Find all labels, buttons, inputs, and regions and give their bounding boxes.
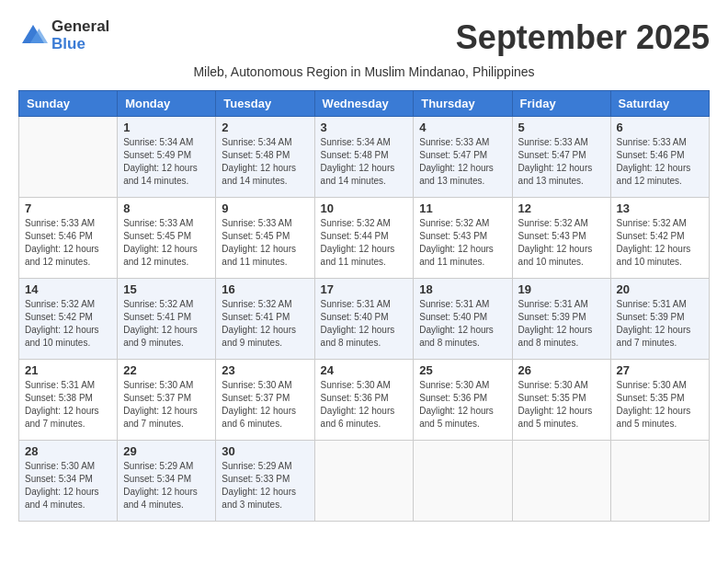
calendar-day-cell: 22Sunrise: 5:30 AM Sunset: 5:37 PM Dayli… [118, 360, 216, 441]
calendar-week-row: 28Sunrise: 5:30 AM Sunset: 5:34 PM Dayli… [19, 441, 710, 522]
calendar-day-cell: 16Sunrise: 5:32 AM Sunset: 5:41 PM Dayli… [216, 279, 314, 360]
calendar-day-cell: 1Sunrise: 5:34 AM Sunset: 5:49 PM Daylig… [118, 117, 216, 198]
calendar-day-cell: 15Sunrise: 5:32 AM Sunset: 5:41 PM Dayli… [118, 279, 216, 360]
logo-icon [18, 21, 48, 51]
day-number: 18 [419, 282, 506, 296]
day-number: 4 [419, 121, 506, 134]
day-info: Sunrise: 5:33 AM Sunset: 5:45 PM Dayligh… [123, 217, 210, 269]
day-info: Sunrise: 5:31 AM Sunset: 5:40 PM Dayligh… [321, 298, 408, 350]
calendar-day-cell: 6Sunrise: 5:33 AM Sunset: 5:46 PM Daylig… [610, 117, 709, 198]
day-number: 7 [25, 201, 111, 215]
day-number: 8 [123, 201, 210, 215]
day-number: 25 [419, 363, 506, 377]
calendar-week-row: 7Sunrise: 5:33 AM Sunset: 5:46 PM Daylig… [19, 198, 710, 279]
day-info: Sunrise: 5:29 AM Sunset: 5:33 PM Dayligh… [222, 460, 308, 511]
calendar-day-cell: 4Sunrise: 5:33 AM Sunset: 5:47 PM Daylig… [414, 117, 512, 198]
calendar-day-cell: 12Sunrise: 5:32 AM Sunset: 5:43 PM Dayli… [512, 198, 610, 279]
day-number: 22 [123, 363, 210, 377]
day-info: Sunrise: 5:34 AM Sunset: 5:49 PM Dayligh… [123, 136, 210, 188]
calendar-day-cell: 13Sunrise: 5:32 AM Sunset: 5:42 PM Dayli… [610, 198, 709, 279]
weekday-header-tuesday: Tuesday [216, 91, 314, 117]
day-number: 16 [222, 282, 308, 296]
calendar-day-cell: 23Sunrise: 5:30 AM Sunset: 5:37 PM Dayli… [216, 360, 314, 441]
day-info: Sunrise: 5:31 AM Sunset: 5:38 PM Dayligh… [25, 379, 111, 431]
day-info: Sunrise: 5:32 AM Sunset: 5:42 PM Dayligh… [25, 298, 111, 350]
day-info: Sunrise: 5:32 AM Sunset: 5:41 PM Dayligh… [123, 298, 210, 350]
day-info: Sunrise: 5:31 AM Sunset: 5:40 PM Dayligh… [419, 298, 506, 350]
day-number: 1 [123, 121, 210, 134]
day-info: Sunrise: 5:32 AM Sunset: 5:43 PM Dayligh… [518, 217, 605, 269]
day-info: Sunrise: 5:30 AM Sunset: 5:35 PM Dayligh… [617, 379, 703, 431]
calendar-day-cell [414, 441, 512, 522]
calendar-day-cell: 25Sunrise: 5:30 AM Sunset: 5:36 PM Dayli… [414, 360, 512, 441]
day-info: Sunrise: 5:30 AM Sunset: 5:34 PM Dayligh… [25, 460, 111, 511]
day-info: Sunrise: 5:34 AM Sunset: 5:48 PM Dayligh… [321, 136, 408, 188]
day-info: Sunrise: 5:33 AM Sunset: 5:46 PM Dayligh… [617, 136, 703, 188]
calendar-day-cell: 7Sunrise: 5:33 AM Sunset: 5:46 PM Daylig… [19, 198, 118, 279]
day-info: Sunrise: 5:33 AM Sunset: 5:47 PM Dayligh… [518, 136, 605, 188]
day-number: 9 [222, 201, 308, 215]
weekday-header-wednesday: Wednesday [314, 91, 414, 117]
calendar-day-cell: 17Sunrise: 5:31 AM Sunset: 5:40 PM Dayli… [314, 279, 414, 360]
day-number: 24 [321, 363, 408, 377]
day-number: 19 [518, 282, 605, 296]
day-info: Sunrise: 5:34 AM Sunset: 5:48 PM Dayligh… [222, 136, 308, 188]
day-number: 26 [518, 363, 605, 377]
day-number: 27 [617, 363, 703, 377]
day-info: Sunrise: 5:30 AM Sunset: 5:37 PM Dayligh… [123, 379, 210, 431]
calendar-day-cell: 28Sunrise: 5:30 AM Sunset: 5:34 PM Dayli… [19, 441, 118, 522]
day-number: 11 [419, 201, 506, 215]
day-info: Sunrise: 5:33 AM Sunset: 5:46 PM Dayligh… [25, 217, 111, 269]
day-number: 15 [123, 282, 210, 296]
weekday-header-friday: Friday [512, 91, 610, 117]
day-number: 5 [518, 121, 605, 134]
calendar-day-cell: 19Sunrise: 5:31 AM Sunset: 5:39 PM Dayli… [512, 279, 610, 360]
logo: General Blue [18, 18, 109, 52]
day-number: 10 [321, 201, 408, 215]
calendar-week-row: 1Sunrise: 5:34 AM Sunset: 5:49 PM Daylig… [19, 117, 710, 198]
day-info: Sunrise: 5:30 AM Sunset: 5:37 PM Dayligh… [222, 379, 308, 431]
calendar-day-cell: 5Sunrise: 5:33 AM Sunset: 5:47 PM Daylig… [512, 117, 610, 198]
calendar-day-cell: 30Sunrise: 5:29 AM Sunset: 5:33 PM Dayli… [216, 441, 314, 522]
calendar-day-cell: 11Sunrise: 5:32 AM Sunset: 5:43 PM Dayli… [414, 198, 512, 279]
calendar-day-cell: 9Sunrise: 5:33 AM Sunset: 5:45 PM Daylig… [216, 198, 314, 279]
logo-text-general: General [51, 18, 109, 36]
calendar-day-cell: 29Sunrise: 5:29 AM Sunset: 5:34 PM Dayli… [118, 441, 216, 522]
day-info: Sunrise: 5:33 AM Sunset: 5:47 PM Dayligh… [419, 136, 506, 188]
day-number: 20 [617, 282, 703, 296]
subtitle: Mileb, Autonomous Region in Muslim Minda… [18, 64, 710, 79]
day-number: 6 [617, 121, 703, 134]
day-number: 30 [222, 444, 308, 458]
calendar-day-cell [610, 441, 709, 522]
day-info: Sunrise: 5:30 AM Sunset: 5:35 PM Dayligh… [518, 379, 605, 431]
weekday-header-thursday: Thursday [414, 91, 512, 117]
calendar-day-cell [314, 441, 414, 522]
calendar-day-cell: 10Sunrise: 5:32 AM Sunset: 5:44 PM Dayli… [314, 198, 414, 279]
calendar-day-cell: 8Sunrise: 5:33 AM Sunset: 5:45 PM Daylig… [118, 198, 216, 279]
weekday-header-row: SundayMondayTuesdayWednesdayThursdayFrid… [19, 91, 710, 117]
calendar-day-cell: 18Sunrise: 5:31 AM Sunset: 5:40 PM Dayli… [414, 279, 512, 360]
weekday-header-monday: Monday [118, 91, 216, 117]
calendar-table: SundayMondayTuesdayWednesdayThursdayFrid… [18, 90, 710, 522]
day-info: Sunrise: 5:31 AM Sunset: 5:39 PM Dayligh… [617, 298, 703, 350]
calendar-day-cell [512, 441, 610, 522]
calendar-week-row: 21Sunrise: 5:31 AM Sunset: 5:38 PM Dayli… [19, 360, 710, 441]
calendar-day-cell: 14Sunrise: 5:32 AM Sunset: 5:42 PM Dayli… [19, 279, 118, 360]
day-number: 3 [321, 121, 408, 134]
day-number: 17 [321, 282, 408, 296]
calendar-day-cell: 3Sunrise: 5:34 AM Sunset: 5:48 PM Daylig… [314, 117, 414, 198]
day-info: Sunrise: 5:29 AM Sunset: 5:34 PM Dayligh… [123, 460, 210, 511]
day-info: Sunrise: 5:32 AM Sunset: 5:44 PM Dayligh… [321, 217, 408, 269]
day-info: Sunrise: 5:32 AM Sunset: 5:43 PM Dayligh… [419, 217, 506, 269]
day-info: Sunrise: 5:32 AM Sunset: 5:41 PM Dayligh… [222, 298, 308, 350]
day-number: 21 [25, 363, 111, 377]
weekday-header-sunday: Sunday [19, 91, 118, 117]
day-number: 28 [25, 444, 111, 458]
calendar-day-cell: 20Sunrise: 5:31 AM Sunset: 5:39 PM Dayli… [610, 279, 709, 360]
day-number: 29 [123, 444, 210, 458]
calendar-day-cell: 24Sunrise: 5:30 AM Sunset: 5:36 PM Dayli… [314, 360, 414, 441]
calendar-day-cell: 21Sunrise: 5:31 AM Sunset: 5:38 PM Dayli… [19, 360, 118, 441]
calendar-day-cell [19, 117, 118, 198]
day-number: 2 [222, 121, 308, 134]
calendar-day-cell: 27Sunrise: 5:30 AM Sunset: 5:35 PM Dayli… [610, 360, 709, 441]
